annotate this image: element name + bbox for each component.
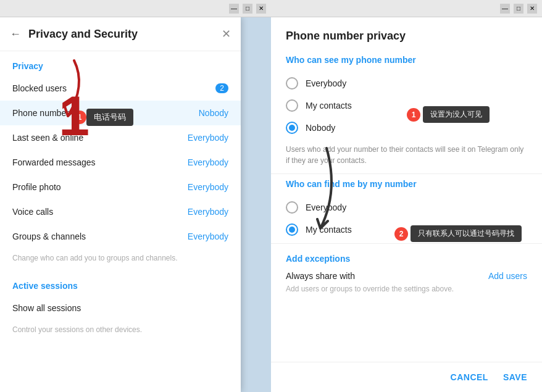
groups-channels-item[interactable]: Groups & channels Everybody	[0, 224, 241, 249]
blocked-users-badge: 2	[215, 83, 228, 93]
phone-number-value: Nobody	[199, 108, 228, 118]
privacy-panel: ← Privacy and Security ✕ Privacy Blocked…	[0, 17, 241, 392]
see-description: Users who add your number to their conta…	[271, 141, 542, 174]
maximize-button-left[interactable]: □	[243, 4, 252, 14]
privacy-content: Privacy Blocked users 2 Phone number Nob…	[0, 51, 241, 392]
modal-footer: CANCEL SAVE	[271, 362, 542, 392]
annotation-mycontacts: 2 只有联系人可以通过号码寻找	[394, 225, 522, 242]
last-seen-value: Everybody	[188, 133, 228, 143]
annotation-circle-mycontacts: 2	[394, 227, 408, 241]
privacy-close-button[interactable]: ✕	[222, 27, 231, 41]
annotation-circle-1: 1	[73, 111, 86, 124]
voice-calls-value: Everybody	[188, 207, 228, 217]
back-button[interactable]: ←	[10, 28, 21, 41]
always-share-label: Always share with	[286, 271, 355, 281]
annotation-phone-number: 1 电话号码	[74, 109, 133, 126]
who-see-header: Who can see my phone number	[271, 50, 542, 70]
who-find-header: Who can find me by my number	[271, 174, 542, 194]
forwarded-messages-item[interactable]: Forwarded messages Everybody	[0, 150, 241, 175]
see-everybody-label: Everybody	[306, 78, 346, 88]
blocked-users-item[interactable]: Blocked users 2	[0, 76, 241, 101]
minimize-button-right[interactable]: —	[500, 4, 510, 14]
chat-area-left: ← Privacy and Security ✕ Privacy Blocked…	[0, 17, 271, 392]
see-contacts-radio[interactable]	[286, 99, 298, 112]
see-nobody-label: Nobody	[306, 123, 335, 133]
active-sessions-header: Active sessions	[0, 271, 241, 296]
see-nobody-radio[interactable]	[286, 122, 298, 134]
minimize-button-left[interactable]: —	[229, 4, 239, 14]
exceptions-description: Add users or groups to override the sett…	[286, 285, 527, 293]
groups-channels-label: Groups & channels	[12, 231, 188, 241]
see-everybody-option[interactable]: Everybody	[286, 72, 527, 94]
add-exceptions-title: Add exceptions	[286, 254, 527, 264]
left-panel: — □ ✕ ← Privacy and Security ✕ Privacy B…	[0, 0, 271, 392]
save-button[interactable]: SAVE	[503, 372, 527, 382]
find-contacts-radio[interactable]	[286, 223, 298, 236]
right-panel: — □ ✕ Phone number privacy Who can see m…	[271, 0, 542, 392]
find-contacts-label: My contacts	[306, 225, 352, 235]
privacy-section-header: Privacy	[0, 51, 241, 76]
always-share-row: Always share with Add users	[286, 271, 527, 281]
find-contacts-dot	[289, 227, 295, 233]
voice-calls-item[interactable]: Voice calls Everybody	[0, 199, 241, 224]
profile-photo-item[interactable]: Profile photo Everybody	[0, 175, 241, 199]
annotation-bubble-mycontacts: 只有联系人可以通过号码寻找	[411, 225, 522, 242]
privacy-panel-title: Privacy and Security	[28, 28, 214, 41]
close-button-left[interactable]: ✕	[256, 4, 266, 14]
annotation-circle-nobody: 1	[407, 108, 420, 122]
groups-desc: Change who can add you to groups and cha…	[0, 249, 241, 271]
sessions-desc: Control your sessions on other devices.	[0, 320, 241, 343]
forwarded-messages-label: Forwarded messages	[12, 157, 188, 167]
show-all-sessions-label: Show all sessions	[12, 303, 228, 313]
show-all-sessions-item[interactable]: Show all sessions	[0, 296, 241, 320]
find-everybody-option[interactable]: Everybody	[286, 196, 527, 219]
maximize-button-right[interactable]: □	[514, 4, 523, 14]
voice-calls-label: Voice calls	[12, 207, 188, 217]
annotation-bubble-1: 电话号码	[86, 109, 133, 126]
see-contacts-label: My contacts	[306, 101, 352, 111]
modal-title: Phone number privacy	[271, 17, 542, 50]
last-seen-label: Last seen & online	[12, 133, 188, 143]
forwarded-messages-value: Everybody	[188, 157, 228, 167]
phone-privacy-modal: Phone number privacy Who can see my phon…	[271, 17, 542, 392]
find-everybody-label: Everybody	[306, 202, 346, 212]
find-everybody-radio[interactable]	[286, 201, 298, 214]
annotation-nobody: 1 设置为没人可见	[407, 106, 490, 123]
privacy-header: ← Privacy and Security ✕	[0, 17, 241, 51]
close-button-right[interactable]: ✕	[527, 4, 537, 14]
right-window-chrome: — □ ✕	[271, 0, 542, 17]
left-window-chrome: — □ ✕	[0, 0, 271, 17]
groups-channels-value: Everybody	[188, 231, 228, 241]
add-exceptions-section: Add exceptions Always share with Add use…	[271, 244, 542, 298]
profile-photo-value: Everybody	[188, 182, 228, 192]
cancel-button[interactable]: CANCEL	[451, 372, 488, 382]
who-see-radio-group: Everybody My contacts Nobody	[271, 70, 542, 141]
see-nobody-dot	[289, 125, 295, 131]
add-users-button[interactable]: Add users	[488, 271, 527, 281]
profile-photo-label: Profile photo	[12, 182, 188, 192]
annotation-bubble-nobody: 设置为没人可见	[423, 106, 490, 123]
see-everybody-radio[interactable]	[286, 77, 298, 90]
blocked-users-label: Blocked users	[12, 83, 215, 93]
last-seen-item[interactable]: Last seen & online Everybody	[0, 125, 241, 150]
